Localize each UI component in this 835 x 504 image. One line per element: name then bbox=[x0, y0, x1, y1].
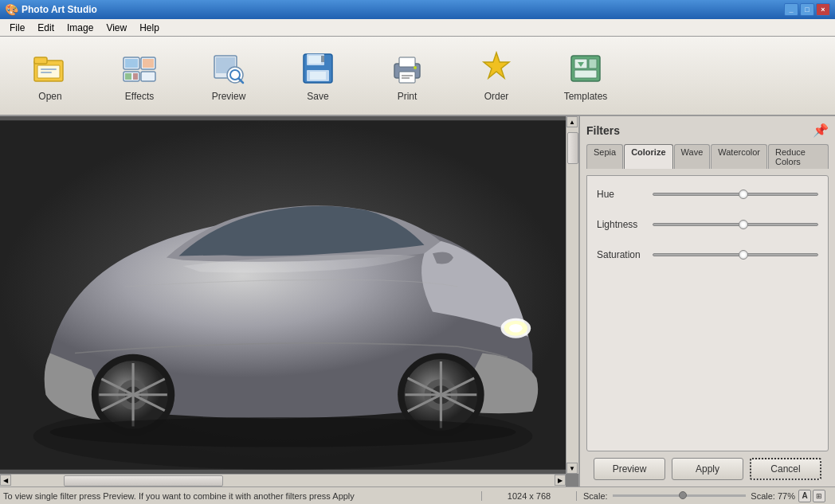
filters-panel: Filters 📌 Sepia Colorize Wave Watercolor… bbox=[580, 116, 835, 486]
maximize-button[interactable]: □ bbox=[800, 3, 814, 16]
preview-label: Preview bbox=[212, 91, 246, 102]
scale-label: Scale: bbox=[583, 491, 608, 501]
horizontal-scrollbar[interactable]: ◀ ▶ bbox=[0, 474, 566, 486]
status-dimensions: 1024 x 768 bbox=[481, 491, 577, 501]
svg-rect-33 bbox=[574, 70, 597, 78]
saturation-track[interactable] bbox=[653, 253, 818, 256]
svg-rect-34 bbox=[589, 59, 597, 68]
svg-line-17 bbox=[239, 79, 243, 83]
preview-button[interactable]: Preview bbox=[185, 40, 272, 111]
main-area: ▲ ▼ ◀ ▶ Filters 📌 Sepia Colorize Wave Wa… bbox=[0, 116, 835, 486]
menu-edit[interactable]: Edit bbox=[31, 21, 61, 35]
open-button[interactable]: Open bbox=[6, 40, 94, 111]
filters-pin-icon[interactable]: 📌 bbox=[813, 123, 829, 138]
filter-content: Hue Lightness Saturation bbox=[586, 175, 829, 451]
filter-apply-button[interactable]: Apply bbox=[672, 458, 743, 480]
status-scale: Scale: Scale: 77% A ⊞ bbox=[577, 490, 832, 502]
templates-button[interactable]: Templates bbox=[542, 40, 629, 111]
saturation-row: Saturation bbox=[597, 249, 818, 260]
window-controls: _ □ × bbox=[784, 3, 830, 16]
svg-rect-23 bbox=[310, 72, 326, 80]
tab-sepia[interactable]: Sepia bbox=[586, 144, 623, 169]
saturation-label: Saturation bbox=[597, 249, 653, 260]
window-title: Photo Art Studio bbox=[22, 4, 97, 15]
car-image bbox=[0, 116, 566, 474]
horizontal-scroll-thumb[interactable] bbox=[64, 475, 223, 486]
scale-thumb[interactable] bbox=[679, 491, 687, 499]
vertical-scrollbar[interactable]: ▲ ▼ bbox=[566, 116, 578, 474]
hue-track[interactable] bbox=[653, 193, 818, 196]
preview-icon bbox=[210, 49, 248, 88]
svg-point-29 bbox=[414, 66, 417, 69]
save-button[interactable]: Save bbox=[274, 40, 362, 111]
svg-point-57 bbox=[50, 417, 516, 447]
lightness-thumb[interactable] bbox=[739, 220, 748, 229]
open-icon bbox=[31, 49, 69, 88]
svg-rect-10 bbox=[141, 72, 155, 81]
svg-rect-8 bbox=[143, 59, 154, 68]
filters-title: Filters bbox=[586, 124, 620, 137]
image-panel: ▲ ▼ ◀ ▶ bbox=[0, 116, 580, 486]
svg-rect-21 bbox=[321, 56, 324, 62]
status-bar: To view single filter press Preview. If … bbox=[0, 486, 835, 504]
menu-view[interactable]: View bbox=[100, 21, 133, 35]
open-label: Open bbox=[38, 91, 61, 102]
tab-watercolor[interactable]: Watercolor bbox=[711, 144, 767, 169]
saturation-thumb[interactable] bbox=[739, 250, 748, 260]
scale-a-button[interactable]: A bbox=[798, 490, 811, 502]
print-label: Print bbox=[398, 91, 418, 102]
order-icon bbox=[477, 49, 516, 88]
scroll-down-arrow[interactable]: ▼ bbox=[566, 463, 578, 474]
svg-rect-4 bbox=[41, 72, 52, 73]
scale-value: Scale: 77% bbox=[751, 491, 795, 501]
vertical-scroll-thumb[interactable] bbox=[567, 132, 578, 164]
save-label: Save bbox=[307, 91, 328, 102]
order-button[interactable]: Order bbox=[453, 40, 540, 111]
lightness-label: Lightness bbox=[597, 219, 653, 230]
scale-track[interactable] bbox=[613, 494, 747, 497]
menu-image[interactable]: Image bbox=[61, 21, 100, 35]
svg-rect-28 bbox=[402, 77, 410, 79]
svg-point-40 bbox=[509, 324, 523, 332]
svg-rect-3 bbox=[41, 68, 57, 70]
tab-wave[interactable]: Wave bbox=[674, 144, 711, 169]
tab-reduce-colors[interactable]: Reduce Colors bbox=[768, 144, 829, 169]
svg-rect-11 bbox=[125, 73, 131, 80]
hue-thumb[interactable] bbox=[739, 189, 748, 199]
scale-b-button[interactable]: ⊞ bbox=[813, 490, 825, 502]
lightness-row: Lightness bbox=[597, 219, 818, 230]
title-bar: 🎨 Photo Art Studio _ □ × bbox=[0, 0, 835, 19]
svg-rect-1 bbox=[34, 57, 47, 64]
hue-row: Hue bbox=[597, 189, 818, 200]
svg-rect-26 bbox=[399, 57, 415, 67]
templates-label: Templates bbox=[564, 91, 608, 102]
svg-rect-27 bbox=[402, 75, 413, 76]
lightness-track[interactable] bbox=[653, 223, 818, 226]
close-button[interactable]: × bbox=[816, 3, 830, 16]
templates-icon bbox=[566, 49, 605, 88]
scroll-up-arrow[interactable]: ▲ bbox=[566, 116, 578, 127]
filter-tabs: Sepia Colorize Wave Watercolor Reduce Co… bbox=[586, 144, 829, 169]
tab-colorize[interactable]: Colorize bbox=[624, 144, 672, 169]
menu-help[interactable]: Help bbox=[133, 21, 166, 35]
menu-file[interactable]: File bbox=[3, 21, 31, 35]
order-label: Order bbox=[484, 91, 509, 102]
filter-buttons: Preview Apply Cancel bbox=[586, 458, 829, 480]
filters-header: Filters 📌 bbox=[586, 123, 829, 138]
toolbar: Open Effects Preview bbox=[0, 37, 835, 116]
menu-bar: File Edit Image View Help bbox=[0, 19, 835, 37]
scroll-left-arrow[interactable]: ◀ bbox=[0, 475, 11, 486]
minimize-button[interactable]: _ bbox=[784, 3, 798, 16]
filter-cancel-button[interactable]: Cancel bbox=[750, 458, 821, 480]
print-icon bbox=[388, 49, 426, 88]
effects-button[interactable]: Effects bbox=[96, 40, 183, 111]
scroll-right-arrow[interactable]: ▶ bbox=[555, 475, 566, 486]
print-button[interactable]: Print bbox=[363, 40, 451, 111]
title-icon: 🎨 bbox=[5, 3, 18, 16]
save-icon bbox=[299, 49, 337, 88]
status-hint: To view single filter press Preview. If … bbox=[3, 491, 481, 501]
svg-rect-20 bbox=[308, 56, 321, 64]
effects-label: Effects bbox=[125, 91, 154, 102]
filter-preview-button[interactable]: Preview bbox=[594, 458, 665, 480]
svg-rect-12 bbox=[133, 73, 138, 80]
